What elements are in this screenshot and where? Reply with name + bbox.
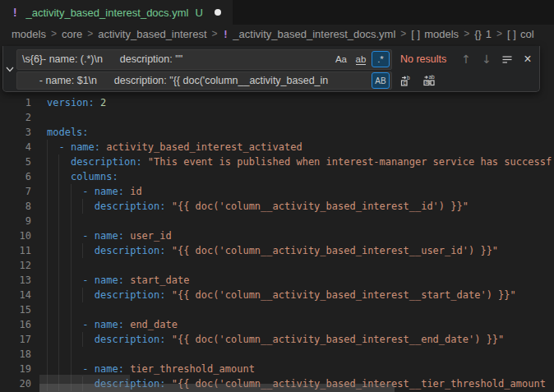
symbol-array-icon: [ ] [411,28,420,40]
indent-guide [58,258,59,273]
indent-guide [58,347,59,362]
indent-guide [47,169,48,184]
indent-guide [71,184,72,199]
line-number: 19 [0,362,31,376]
regex-button[interactable]: .* [372,51,390,67]
indent-guide [58,332,59,347]
whole-word-button[interactable]: ab [352,51,370,67]
indent-guide [58,214,59,228]
line-number: 6 [0,169,31,184]
replace-all-button[interactable]: ab ac [420,71,438,90]
find-input[interactable]: \s{6}- name: (.*)\n description: "" Aa a… [16,49,392,70]
breadcrumb-item-1[interactable]: {}1 [474,28,492,40]
indent-guide [47,228,48,243]
indent-guide [58,273,59,288]
indent-guide [82,332,83,347]
code-line[interactable]: 6 columns: [0,169,554,184]
indent-guide [47,140,48,154]
line-number: 16 [0,317,31,332]
toggle-replace-button[interactable] [3,46,16,91]
breadcrumb-separator: > [87,28,93,39]
code-line[interactable]: 5 description: "This event is published … [0,154,554,169]
horizontal-scrollbar[interactable] [39,384,395,392]
indent-guide [58,199,59,214]
breadcrumb-item-core[interactable]: core [62,28,82,40]
git-status-badge: U [195,7,202,19]
breadcrumb-item-col[interactable]: [ ]col [507,28,533,40]
code-line[interactable]: 18 [0,347,554,362]
code-line[interactable]: 13 - name: start_date [0,273,554,288]
indent-guide [47,317,48,332]
line-number: 18 [0,347,31,362]
code-area[interactable]: 1version: 223models:4 - name: activity_b… [0,95,554,391]
line-number: 10 [0,228,31,243]
indent-guide [47,214,48,228]
indent-guide [82,288,83,302]
code-line[interactable]: 10 - name: user_id [0,228,554,243]
code-line[interactable]: 1version: 2 [0,95,554,110]
svg-text:b: b [407,75,410,81]
breadcrumb-separator: > [400,28,406,39]
code-line[interactable]: 12 [0,258,554,273]
code-line[interactable]: 2 [0,110,554,125]
indent-guide [71,302,72,317]
find-results-label: No results [400,53,455,65]
breadcrumb-label: _activity_based_interest_docs.yml [233,28,395,40]
tab-title: _activity_based_interest_docs.yml [25,7,188,19]
code-line[interactable]: 16 - name: end_date [0,317,554,332]
replace-all-icon: ab ac [422,74,436,87]
replace-button[interactable]: b c [397,71,415,90]
code-line[interactable]: 9 [0,214,554,228]
breadcrumb-item-models[interactable]: models [12,28,46,40]
arrow-down-icon: ↓ [482,53,492,66]
breadcrumb-separator: > [212,28,218,39]
indent-guide [47,199,48,214]
line-number: 11 [0,243,31,258]
symbol-array-icon: [ ] [507,28,516,40]
code-line[interactable]: 3models: [0,125,554,140]
indent-guide [71,258,72,273]
symbol-object-icon: {} [474,28,482,40]
indent-guide [58,169,59,184]
indent-guide [71,199,72,214]
editor[interactable]: \s{6}- name: (.*)\n description: "" Aa a… [0,43,554,392]
breadcrumb-item--activity-based-interest-docs-yml[interactable]: !_activity_based_interest_docs.yml [223,28,396,40]
code-line[interactable]: 7 - name: id [0,184,554,199]
match-case-button[interactable]: Aa [332,51,350,67]
find-in-selection-button[interactable] [498,50,516,68]
indent-guide [58,184,59,199]
indent-guide [58,243,59,258]
line-number: 7 [0,184,31,199]
yaml-file-icon: ! [223,28,229,40]
modified-dot-icon[interactable] [215,9,221,16]
previous-match-button[interactable]: ↑ [457,50,475,68]
yaml-file-icon: ! [12,6,18,19]
indent-guide [58,228,59,243]
indent-guide [71,228,72,243]
line-number: 15 [0,302,31,317]
line-number: 12 [0,258,31,273]
tab-activity-based-interest-docs[interactable]: ! _activity_based_interest_docs.yml U [0,0,233,25]
replace-input[interactable]: - name: $1\n description: "{{ doc('colum… [16,71,392,90]
next-match-button[interactable]: ↓ [478,50,496,68]
code-line[interactable]: 8 description: "{{ doc('column__activity… [0,199,554,214]
arrow-up-icon: ↑ [461,53,471,66]
code-line[interactable]: 17 description: "{{ doc('column__activit… [0,332,554,347]
breadcrumb-item-models[interactable]: [ ]models [411,28,459,40]
code-line[interactable]: 11 description: "{{ doc('column__activit… [0,243,554,258]
code-line[interactable]: 15 [0,302,554,317]
indent-guide [71,288,72,302]
close-find-button[interactable]: × [519,50,537,68]
replace-icon: b c [399,74,413,87]
breadcrumb-item-activity-based-interest[interactable]: activity_based_interest [98,28,206,40]
indent-guide [47,332,48,347]
breadcrumb-separator: > [464,28,469,39]
indent-guide [47,347,48,362]
indent-guide [58,317,59,332]
preserve-case-button[interactable]: AB [372,72,390,89]
code-line[interactable]: 4 - name: activity_based_interest_activa… [0,140,554,154]
code-line[interactable]: 14 description: "{{ doc('column__activit… [0,288,554,302]
indent-guide [47,258,48,273]
indent-guide [58,302,59,317]
indent-guide [71,317,72,332]
